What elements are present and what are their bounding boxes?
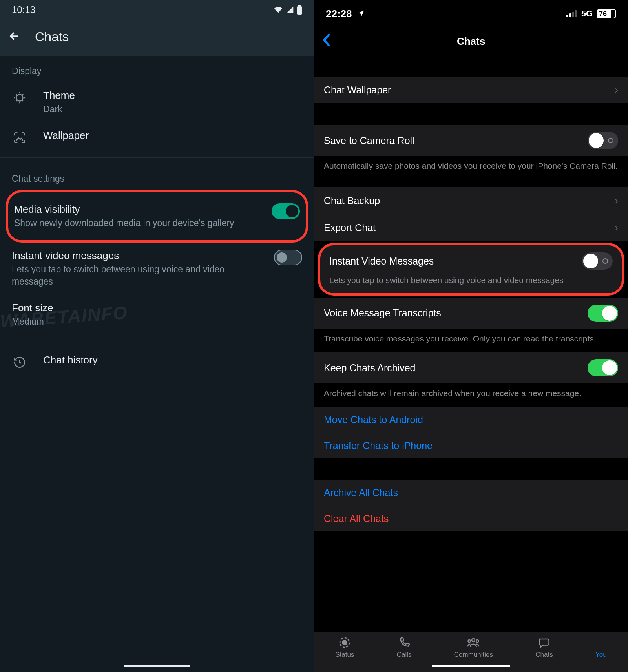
media-visibility-sub: Show newly downloaded media in your devi… [14,217,253,229]
archive-all-label: Archive All Chats [324,487,398,499]
svg-point-2 [16,95,23,101]
signal-icon [286,6,294,14]
voice-transcripts-toggle[interactable] [588,305,618,322]
chat-backup-row[interactable]: Chat Backup › [314,187,628,214]
media-visibility-toggle[interactable] [272,203,300,219]
android-gesture-bar [124,665,190,667]
chevron-right-icon: › [615,194,618,207]
theme-value: Dark [43,103,302,115]
instant-video-toggle[interactable] [274,250,302,265]
ios-home-indicator [314,660,628,672]
android-screen: 10:13 Chats Display Theme Dark Wallpaper… [0,0,314,672]
instant-video-highlight: Instant Video Messages Lets you tap to s… [318,243,624,295]
ios-time-group: 22:28 [326,8,365,20]
chat-history-row[interactable]: Chat history [0,347,314,376]
tab-chats[interactable]: Chats [535,636,553,659]
back-button[interactable] [8,29,21,44]
ios-time: 22:28 [326,8,352,20]
divider [0,341,314,341]
tab-status-label: Status [335,651,354,659]
svg-point-8 [343,641,347,645]
chat-settings-header: Chat settings [0,164,314,190]
wallpaper-icon [13,131,26,144]
move-android-row[interactable]: Move Chats to Android [314,407,628,433]
save-camera-toggle[interactable] [588,132,618,149]
battery-icon [297,5,302,15]
back-button[interactable] [322,33,330,50]
clear-all-label: Clear All Chats [324,513,389,524]
theme-row[interactable]: Theme Dark [0,82,314,122]
export-chat-label: Export Chat [324,222,376,234]
instant-video-footer: Lets you tap to switch between using voi… [323,272,619,290]
page-title: Chats [35,29,69,44]
export-chat-row[interactable]: Export Chat › [314,214,628,241]
save-camera-footer: Automatically save photos and videos you… [314,156,628,179]
wifi-icon [273,6,283,14]
svg-point-11 [476,640,478,642]
phone-icon [398,636,411,649]
svg-rect-6 [575,10,577,17]
tab-status[interactable]: Status [335,636,354,659]
chat-history-title: Chat history [43,354,302,366]
svg-rect-0 [297,6,302,15]
divider [0,157,314,158]
clear-all-row[interactable]: Clear All Chats [314,506,628,531]
android-time: 10:13 [12,4,35,15]
ios-screen: 22:28 5G 76 Chats Chat Wallpaper › Save … [314,0,628,672]
page-title: Chats [457,35,485,47]
keep-archived-label: Keep Chats Archived [324,362,415,374]
instant-video-title: Instant video messages [12,250,255,262]
wallpaper-row[interactable]: Wallpaper [0,122,314,152]
ios-tabbar: Status Calls Communities Chats You [314,632,628,660]
svg-rect-3 [566,15,568,17]
svg-point-9 [472,639,475,642]
display-section-header: Display [0,56,314,82]
wallpaper-title: Wallpaper [43,130,302,142]
battery-indicator: 76 [597,9,616,18]
font-size-row[interactable]: Font size Medium [0,295,314,335]
font-size-value: Medium [12,316,302,328]
ios-navbar: Chats [314,27,628,55]
save-camera-row[interactable]: Save to Camera Roll [314,125,628,156]
tab-communities[interactable]: Communities [454,636,493,659]
communities-icon [466,636,480,649]
font-size-title: Font size [12,302,302,314]
status-icon [338,636,351,649]
instant-video-row[interactable]: Instant Video Messages [323,248,619,272]
chats-icon [537,636,551,649]
ios-statusbar: 22:28 5G 76 [314,0,628,27]
battery-value: 76 [599,10,607,17]
media-visibility-row[interactable]: Media visibility Show newly downloaded m… [14,196,300,236]
tab-you[interactable]: You [595,636,607,659]
transfer-iphone-label: Transfer Chats to iPhone [324,440,433,451]
tab-calls-label: Calls [397,651,412,659]
svg-rect-5 [572,12,574,17]
theme-icon [13,91,26,104]
tab-communities-label: Communities [454,651,493,659]
android-status-icons [273,5,302,15]
media-visibility-highlight: Media visibility Show newly downloaded m… [6,190,308,243]
keep-archived-row[interactable]: Keep Chats Archived [314,352,628,383]
tab-chats-label: Chats [535,651,553,659]
history-icon [13,356,26,369]
keep-archived-toggle[interactable] [588,359,618,376]
chevron-left-icon [322,33,330,47]
chat-wallpaper-row[interactable]: Chat Wallpaper › [314,77,628,103]
svg-rect-1 [298,5,301,6]
chevron-right-icon: › [615,84,618,96]
media-visibility-title: Media visibility [14,203,253,215]
instant-video-toggle[interactable] [582,252,613,270]
instant-video-row[interactable]: Instant video messages Lets you tap to s… [0,243,314,295]
signal-icon [566,10,577,17]
android-statusbar: 10:13 [0,0,314,20]
save-camera-label: Save to Camera Roll [324,135,414,146]
transfer-iphone-row[interactable]: Transfer Chats to iPhone [314,433,628,458]
ios-status-icons: 5G 76 [566,9,616,19]
archive-all-row[interactable]: Archive All Chats [314,480,628,506]
chat-backup-label: Chat Backup [324,195,380,206]
move-android-label: Move Chats to Android [324,414,423,425]
tab-calls[interactable]: Calls [397,636,412,659]
network-label: 5G [581,9,593,19]
instant-video-label: Instant Video Messages [329,256,434,267]
voice-transcripts-row[interactable]: Voice Message Transcripts [314,298,628,329]
